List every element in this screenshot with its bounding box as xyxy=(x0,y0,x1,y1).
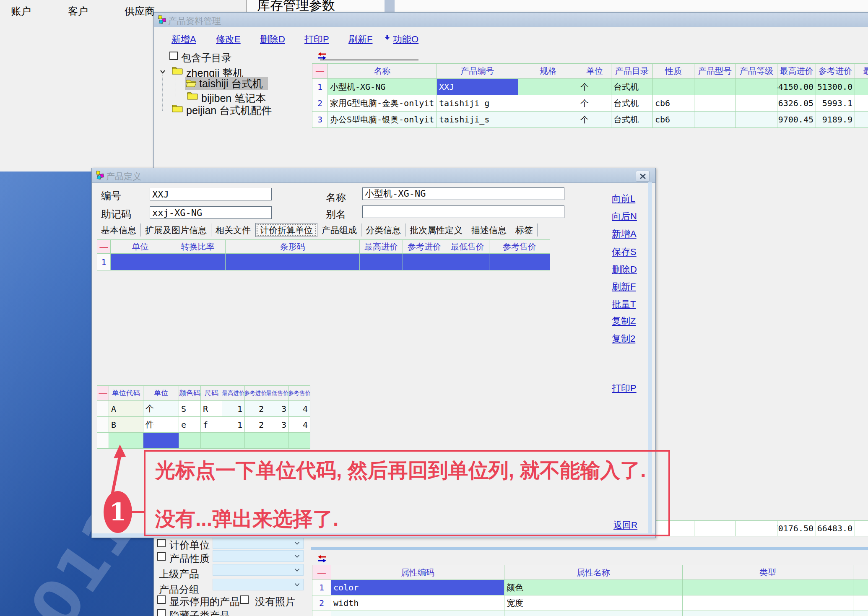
table-cell[interactable] xyxy=(653,79,694,95)
row-number-cell[interactable] xyxy=(97,417,109,433)
table-cell[interactable]: 54150.00 xyxy=(777,79,816,95)
column-header[interactable]: 规格 xyxy=(518,64,578,79)
column-header[interactable]: 产品目录 xyxy=(611,64,653,79)
column-header[interactable] xyxy=(853,565,868,580)
side-button-2[interactable]: 向后N xyxy=(612,210,637,223)
column-header[interactable]: 参考售价 xyxy=(489,240,550,254)
table-cell[interactable]: 9700.45 xyxy=(777,112,816,128)
table-cell[interactable]: XXJ xyxy=(437,79,518,95)
row-number-cell[interactable]: 1 xyxy=(312,580,331,595)
side-button-8[interactable]: 复制Z xyxy=(612,315,636,327)
table-cell[interactable] xyxy=(143,433,179,449)
close-icon[interactable] xyxy=(636,171,650,182)
table-cell[interactable]: 51300.0 xyxy=(816,79,855,95)
tree-item-selected[interactable]: taishiji 台式机 xyxy=(185,77,268,90)
tree-expand-icon[interactable] xyxy=(160,68,166,75)
table-cell[interactable]: 家用G型电脑-金奥-onlyit xyxy=(328,95,437,112)
row-number-cell[interactable] xyxy=(312,611,331,616)
tab-描述信息[interactable]: 描述信息 xyxy=(467,224,511,237)
table-cell[interactable]: S xyxy=(179,401,201,417)
column-header[interactable]: — xyxy=(97,386,109,401)
table-cell[interactable] xyxy=(222,433,245,449)
table-cell[interactable] xyxy=(855,95,868,112)
table-cell[interactable] xyxy=(855,79,868,95)
column-header[interactable]: 属性编码 xyxy=(331,565,504,580)
table-cell[interactable] xyxy=(245,433,266,449)
row-number-cell[interactable]: 1 xyxy=(97,254,111,270)
table-cell[interactable]: width xyxy=(331,595,504,611)
column-header[interactable]: 单位 xyxy=(111,240,170,254)
table-cell[interactable]: 9189.9 xyxy=(816,112,855,128)
filter-checkbox-2[interactable] xyxy=(157,552,166,561)
table-cell[interactable] xyxy=(266,433,289,449)
column-header[interactable]: — xyxy=(312,565,331,580)
tab-标签[interactable]: 标签 xyxy=(511,224,538,237)
table-cell[interactable]: 台式机 xyxy=(611,95,653,112)
column-header[interactable]: 最低售价 xyxy=(266,386,289,401)
table-cell[interactable] xyxy=(403,254,446,270)
menu-item-1[interactable]: 账户 xyxy=(11,5,31,18)
filter-dropdown-4[interactable] xyxy=(213,579,304,590)
column-header[interactable]: 最高进价 xyxy=(360,240,403,254)
filter-checkbox-6[interactable] xyxy=(240,595,249,604)
print-button[interactable]: 打印P xyxy=(612,382,637,395)
column-header[interactable]: 参考进价 xyxy=(403,240,446,254)
locate-input[interactable] xyxy=(320,60,418,60)
side-button-4[interactable]: 保存S xyxy=(612,246,637,258)
table-cell[interactable] xyxy=(518,112,578,128)
side-button-7[interactable]: 批量T xyxy=(612,298,636,311)
table-cell[interactable] xyxy=(446,254,489,270)
side-button-1[interactable]: 向前L xyxy=(612,192,635,205)
table-cell[interactable]: 台式机 xyxy=(611,79,653,95)
column-header[interactable]: 单位 xyxy=(143,386,179,401)
row-number-cell[interactable] xyxy=(97,401,109,417)
column-header[interactable]: — xyxy=(312,64,328,79)
filter-checkbox-1[interactable] xyxy=(157,539,166,547)
table-cell[interactable] xyxy=(289,433,310,449)
column-header[interactable]: 单位 xyxy=(578,64,611,79)
table-cell[interactable] xyxy=(683,595,853,611)
table-cell[interactable]: 件 xyxy=(143,417,179,433)
table-cell[interactable]: 1 xyxy=(222,417,245,433)
field-input-1[interactable] xyxy=(150,188,272,200)
table-cell[interactable] xyxy=(360,254,403,270)
table-cell[interactable]: 2 xyxy=(245,417,266,433)
column-header[interactable]: 转换比率 xyxy=(170,240,226,254)
column-header[interactable]: 最低售价 xyxy=(855,64,868,79)
filter-dropdown-2[interactable] xyxy=(213,550,304,562)
dialog-titlebar[interactable]: 产品定义 xyxy=(92,168,655,183)
table-cell[interactable] xyxy=(853,611,868,616)
table-cell[interactable]: color xyxy=(331,580,504,595)
row-number-cell[interactable]: 2 xyxy=(312,95,328,112)
column-header[interactable]: 最低售价 xyxy=(446,240,489,254)
table-cell[interactable]: B xyxy=(109,417,143,433)
filter-checkbox-5[interactable] xyxy=(157,595,166,604)
table-cell[interactable] xyxy=(518,79,578,95)
toolbar-link-1[interactable]: 新增A xyxy=(172,33,196,46)
toolbar-link-6[interactable]: 功能O xyxy=(393,33,418,46)
table-cell[interactable]: R xyxy=(201,401,222,417)
table-cell[interactable]: taishiji_s xyxy=(437,112,518,128)
table-cell[interactable] xyxy=(226,254,360,270)
table-cell[interactable]: 个 xyxy=(578,95,611,112)
side-button-6[interactable]: 刷新F xyxy=(612,281,636,293)
toolbar-link-2[interactable]: 修改E xyxy=(216,33,241,46)
filter-dropdown-3[interactable] xyxy=(213,564,304,576)
table-cell[interactable]: 3 xyxy=(266,417,289,433)
table-cell[interactable]: e xyxy=(179,417,201,433)
table-cell[interactable]: 6326.05 xyxy=(777,95,816,112)
column-header[interactable]: 参考进价 xyxy=(245,386,266,401)
table-cell[interactable] xyxy=(504,611,683,616)
tab-分类信息[interactable]: 分类信息 xyxy=(361,224,405,237)
column-header[interactable]: 单位代码 xyxy=(109,386,143,401)
toolbar-link-5[interactable]: 刷新F xyxy=(348,33,372,46)
column-header[interactable]: 名称 xyxy=(328,64,437,79)
table-cell[interactable] xyxy=(179,433,201,449)
table-cell[interactable]: A xyxy=(109,401,143,417)
table-cell[interactable] xyxy=(855,112,868,128)
side-button-5[interactable]: 删除D xyxy=(612,263,637,276)
tab-扩展及图片信息[interactable]: 扩展及图片信息 xyxy=(141,224,211,237)
table-cell[interactable]: 个 xyxy=(578,79,611,95)
table-cell[interactable] xyxy=(694,112,736,128)
column-header[interactable]: 属性名称 xyxy=(504,565,683,580)
